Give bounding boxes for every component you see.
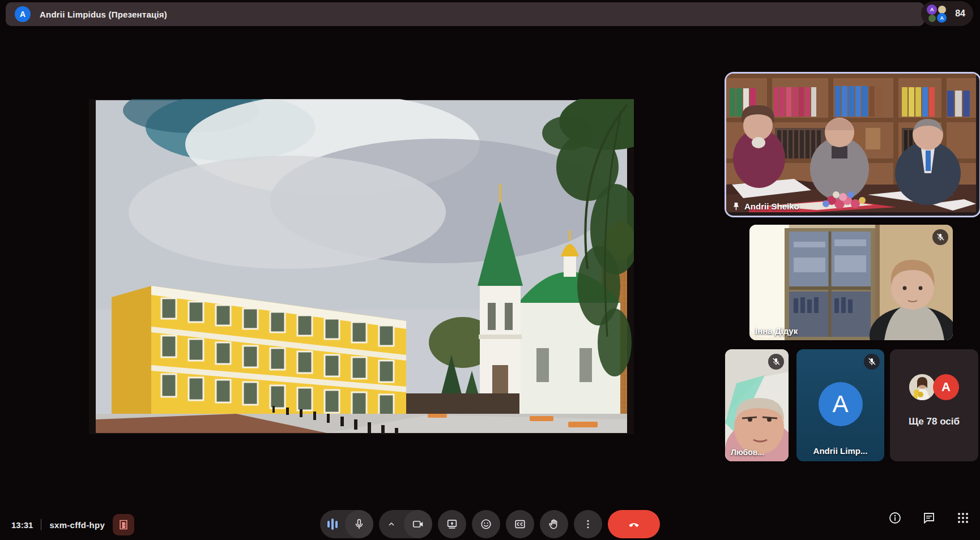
raise-hand-icon [548, 518, 560, 530]
call-controls [0, 510, 980, 538]
meeting-panels [888, 511, 970, 525]
captions-button[interactable] [506, 510, 534, 538]
camera-control-group [379, 510, 432, 538]
participant-count: 84 [955, 8, 965, 19]
avatar: A [933, 374, 959, 400]
mic-button[interactable] [345, 510, 373, 538]
video-tile-andrii-sheiko[interactable]: Andrii Sheiko [725, 72, 980, 217]
present-screen-button[interactable] [438, 510, 466, 538]
captions-icon [514, 518, 526, 530]
avatar [928, 15, 936, 22]
mic-icon [353, 518, 365, 530]
mic-off-icon [864, 354, 880, 370]
equalizer-icon [327, 518, 338, 530]
video-options-button[interactable] [379, 510, 404, 538]
more-options-button[interactable] [574, 510, 602, 538]
tile-name-label: Любов... [731, 448, 764, 457]
info-button[interactable] [888, 511, 902, 525]
overflow-avatars: A [909, 374, 959, 400]
video-tile-lyubov[interactable]: Любов... [725, 349, 789, 461]
presenter-banner[interactable]: A Andrii Limpidus (Презентація) [6, 2, 924, 26]
end-call-icon [626, 516, 642, 532]
mic-off-icon [932, 229, 948, 245]
presentation-slide-image [89, 99, 634, 434]
avatar [909, 374, 935, 400]
mic-control-group [320, 510, 373, 538]
avatar: A [819, 382, 863, 426]
apps-grid-button[interactable] [956, 511, 970, 525]
tile-name-label: Інна Дідук [755, 326, 798, 336]
chat-button[interactable] [922, 511, 936, 525]
overflow-participants-tile[interactable]: A Ще 78 осіб [890, 349, 978, 461]
end-call-button[interactable] [608, 510, 660, 538]
info-icon [888, 511, 902, 525]
chevron-up-icon [387, 520, 396, 529]
pin-icon [732, 202, 740, 211]
avatar [938, 6, 946, 14]
smiley-icon [480, 518, 492, 530]
video-tile-inna-diduk[interactable]: Інна Дідук [749, 225, 953, 340]
avatar: A [927, 5, 937, 15]
avatar: A [937, 13, 947, 23]
camera-icon [412, 518, 424, 530]
tile-name-label: Andrii Sheiko [732, 202, 799, 211]
more-options-icon [582, 518, 594, 530]
apps-grid-icon [956, 511, 970, 525]
voice-level-indicator [320, 510, 345, 538]
video-feed [726, 74, 976, 212]
presentation-slide[interactable] [89, 99, 634, 434]
overflow-count-label: Ще 78 осіб [890, 416, 978, 427]
tile-name-label: Andrii Limp... [813, 446, 868, 456]
video-tile-andrii-limpidus[interactable]: A Andrii Limp... [796, 349, 884, 461]
google-meet-window: A Andrii Limpidus (Презентація) A A 84 [0, 0, 980, 540]
video-feed [749, 225, 953, 340]
participants-badge[interactable]: A A 84 [921, 1, 973, 26]
reactions-button[interactable] [472, 510, 500, 538]
presenter-avatar: A [15, 6, 31, 22]
participant-mini-avatars: A A [926, 3, 951, 24]
chat-icon [922, 511, 936, 525]
present-screen-icon [446, 518, 458, 530]
raise-hand-button[interactable] [540, 510, 568, 538]
mic-off-icon [768, 354, 784, 370]
camera-button[interactable] [404, 510, 432, 538]
presenter-label: Andrii Limpidus (Презентація) [40, 10, 167, 19]
